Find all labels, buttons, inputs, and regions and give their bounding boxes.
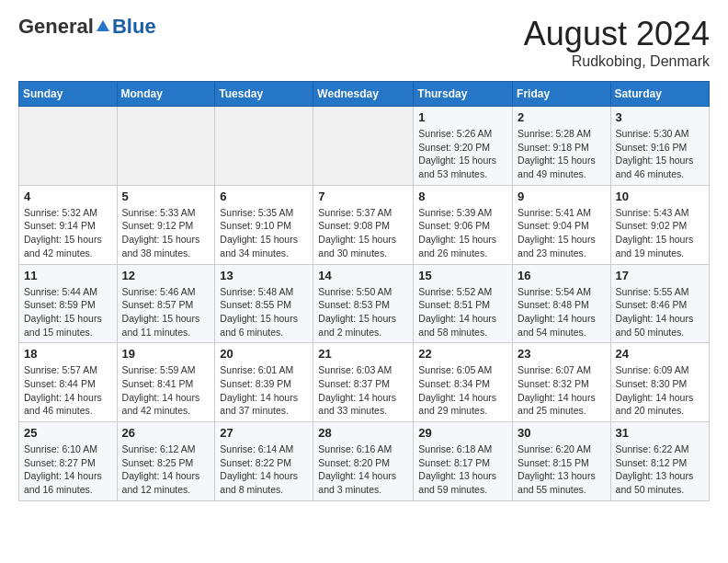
day-detail: Sunrise: 5:43 AM Sunset: 9:02 PM Dayligh… xyxy=(616,206,704,260)
calendar-cell xyxy=(215,107,313,186)
logo: General Blue xyxy=(18,15,156,39)
day-number: 18 xyxy=(24,347,112,361)
day-number: 22 xyxy=(418,347,507,361)
day-number: 19 xyxy=(122,347,210,361)
calendar-cell xyxy=(19,107,118,186)
day-detail: Sunrise: 6:20 AM Sunset: 8:15 PM Dayligh… xyxy=(518,442,606,497)
calendar-week-1: 4Sunrise: 5:32 AM Sunset: 9:14 PM Daylig… xyxy=(19,185,710,264)
day-detail: Sunrise: 5:39 AM Sunset: 9:06 PM Dayligh… xyxy=(418,206,507,260)
weekday-row: SundayMondayTuesdayWednesdayThursdayFrid… xyxy=(19,82,710,107)
day-detail: Sunrise: 5:46 AM Sunset: 8:57 PM Dayligh… xyxy=(122,285,210,339)
logo-general: General xyxy=(18,15,94,39)
calendar-cell: 29Sunrise: 6:18 AM Sunset: 8:17 PM Dayli… xyxy=(414,422,513,501)
day-detail: Sunrise: 5:44 AM Sunset: 8:59 PM Dayligh… xyxy=(24,285,112,339)
day-detail: Sunrise: 6:12 AM Sunset: 8:25 PM Dayligh… xyxy=(122,442,210,497)
page-header: General Blue August 2024 Rudkobing, Denm… xyxy=(18,15,710,70)
weekday-header-thursday: Thursday xyxy=(414,82,513,107)
calendar-header: SundayMondayTuesdayWednesdayThursdayFrid… xyxy=(19,82,710,107)
calendar-cell: 16Sunrise: 5:54 AM Sunset: 8:48 PM Dayli… xyxy=(513,264,611,343)
day-number: 27 xyxy=(220,426,308,440)
calendar-week-0: 1Sunrise: 5:26 AM Sunset: 9:20 PM Daylig… xyxy=(19,107,710,186)
calendar-cell: 22Sunrise: 6:05 AM Sunset: 8:34 PM Dayli… xyxy=(414,343,513,422)
svg-marker-0 xyxy=(97,20,109,31)
day-detail: Sunrise: 6:09 AM Sunset: 8:30 PM Dayligh… xyxy=(616,363,704,418)
calendar-week-3: 18Sunrise: 5:57 AM Sunset: 8:44 PM Dayli… xyxy=(19,343,710,422)
day-detail: Sunrise: 5:33 AM Sunset: 9:12 PM Dayligh… xyxy=(122,206,210,260)
day-detail: Sunrise: 5:52 AM Sunset: 8:51 PM Dayligh… xyxy=(418,285,507,339)
calendar-cell: 28Sunrise: 6:16 AM Sunset: 8:20 PM Dayli… xyxy=(313,422,414,501)
day-number: 24 xyxy=(616,347,704,361)
day-detail: Sunrise: 5:59 AM Sunset: 8:41 PM Dayligh… xyxy=(122,363,210,418)
calendar-cell: 19Sunrise: 5:59 AM Sunset: 8:41 PM Dayli… xyxy=(117,343,215,422)
day-detail: Sunrise: 5:41 AM Sunset: 9:04 PM Dayligh… xyxy=(518,206,606,260)
day-number: 7 xyxy=(318,190,408,203)
weekday-header-friday: Friday xyxy=(513,82,611,107)
logo-blue: Blue xyxy=(112,15,156,39)
day-detail: Sunrise: 6:14 AM Sunset: 8:22 PM Dayligh… xyxy=(220,442,308,497)
day-detail: Sunrise: 5:50 AM Sunset: 8:53 PM Dayligh… xyxy=(318,285,408,339)
day-number: 6 xyxy=(220,190,308,203)
calendar-cell: 11Sunrise: 5:44 AM Sunset: 8:59 PM Dayli… xyxy=(19,264,118,343)
day-number: 13 xyxy=(220,269,308,282)
calendar-cell: 25Sunrise: 6:10 AM Sunset: 8:27 PM Dayli… xyxy=(19,422,118,501)
day-detail: Sunrise: 6:05 AM Sunset: 8:34 PM Dayligh… xyxy=(418,363,507,418)
calendar-cell: 10Sunrise: 5:43 AM Sunset: 9:02 PM Dayli… xyxy=(610,185,709,264)
day-number: 10 xyxy=(616,190,704,203)
calendar-cell: 2Sunrise: 5:28 AM Sunset: 9:18 PM Daylig… xyxy=(513,107,611,186)
day-number: 12 xyxy=(122,269,210,282)
calendar-cell: 6Sunrise: 5:35 AM Sunset: 9:10 PM Daylig… xyxy=(215,185,313,264)
calendar-cell: 17Sunrise: 5:55 AM Sunset: 8:46 PM Dayli… xyxy=(610,264,709,343)
calendar-cell: 20Sunrise: 6:01 AM Sunset: 8:39 PM Dayli… xyxy=(215,343,313,422)
calendar-week-4: 25Sunrise: 6:10 AM Sunset: 8:27 PM Dayli… xyxy=(19,422,710,501)
calendar-cell: 24Sunrise: 6:09 AM Sunset: 8:30 PM Dayli… xyxy=(610,343,709,422)
day-number: 30 xyxy=(518,426,606,440)
day-detail: Sunrise: 6:16 AM Sunset: 8:20 PM Dayligh… xyxy=(318,442,408,497)
day-detail: Sunrise: 5:26 AM Sunset: 9:20 PM Dayligh… xyxy=(418,127,507,181)
calendar-cell xyxy=(313,107,414,186)
day-number: 28 xyxy=(318,426,408,440)
calendar-cell: 8Sunrise: 5:39 AM Sunset: 9:06 PM Daylig… xyxy=(414,185,513,264)
day-number: 5 xyxy=(122,190,210,203)
day-detail: Sunrise: 5:32 AM Sunset: 9:14 PM Dayligh… xyxy=(24,206,112,260)
day-number: 9 xyxy=(518,190,606,203)
calendar-cell: 1Sunrise: 5:26 AM Sunset: 9:20 PM Daylig… xyxy=(414,107,513,186)
calendar-cell: 5Sunrise: 5:33 AM Sunset: 9:12 PM Daylig… xyxy=(117,185,215,264)
calendar-cell: 31Sunrise: 6:22 AM Sunset: 8:12 PM Dayli… xyxy=(610,422,709,501)
calendar-cell: 3Sunrise: 5:30 AM Sunset: 9:16 PM Daylig… xyxy=(610,107,709,186)
day-number: 1 xyxy=(418,110,507,124)
day-number: 26 xyxy=(122,426,210,440)
day-number: 25 xyxy=(24,426,112,440)
day-detail: Sunrise: 6:03 AM Sunset: 8:37 PM Dayligh… xyxy=(318,363,408,418)
calendar-week-2: 11Sunrise: 5:44 AM Sunset: 8:59 PM Dayli… xyxy=(19,264,710,343)
day-detail: Sunrise: 6:18 AM Sunset: 8:17 PM Dayligh… xyxy=(418,442,507,497)
day-number: 29 xyxy=(418,426,507,440)
calendar-cell: 7Sunrise: 5:37 AM Sunset: 9:08 PM Daylig… xyxy=(313,185,414,264)
day-number: 14 xyxy=(318,269,408,282)
day-number: 20 xyxy=(220,347,308,361)
calendar-body: 1Sunrise: 5:26 AM Sunset: 9:20 PM Daylig… xyxy=(19,107,710,501)
day-detail: Sunrise: 6:22 AM Sunset: 8:12 PM Dayligh… xyxy=(616,442,704,497)
calendar-cell: 18Sunrise: 5:57 AM Sunset: 8:44 PM Dayli… xyxy=(19,343,118,422)
title-block: August 2024 Rudkobing, Denmark xyxy=(524,15,710,70)
day-detail: Sunrise: 5:28 AM Sunset: 9:18 PM Dayligh… xyxy=(518,127,606,181)
calendar-cell: 9Sunrise: 5:41 AM Sunset: 9:04 PM Daylig… xyxy=(513,185,611,264)
day-detail: Sunrise: 6:01 AM Sunset: 8:39 PM Dayligh… xyxy=(220,363,308,418)
calendar-cell: 23Sunrise: 6:07 AM Sunset: 8:32 PM Dayli… xyxy=(513,343,611,422)
weekday-header-saturday: Saturday xyxy=(610,82,709,107)
day-detail: Sunrise: 5:30 AM Sunset: 9:16 PM Dayligh… xyxy=(616,127,704,181)
day-detail: Sunrise: 6:10 AM Sunset: 8:27 PM Dayligh… xyxy=(24,442,112,497)
calendar-cell: 26Sunrise: 6:12 AM Sunset: 8:25 PM Dayli… xyxy=(117,422,215,501)
day-detail: Sunrise: 5:48 AM Sunset: 8:55 PM Dayligh… xyxy=(220,285,308,339)
day-number: 15 xyxy=(418,269,507,282)
day-detail: Sunrise: 5:35 AM Sunset: 9:10 PM Dayligh… xyxy=(220,206,308,260)
calendar-cell: 27Sunrise: 6:14 AM Sunset: 8:22 PM Dayli… xyxy=(215,422,313,501)
calendar-cell xyxy=(117,107,215,186)
logo-icon xyxy=(95,18,111,35)
day-number: 4 xyxy=(24,190,112,203)
day-number: 2 xyxy=(518,110,606,124)
calendar-cell: 15Sunrise: 5:52 AM Sunset: 8:51 PM Dayli… xyxy=(414,264,513,343)
day-number: 23 xyxy=(518,347,606,361)
calendar-cell: 4Sunrise: 5:32 AM Sunset: 9:14 PM Daylig… xyxy=(19,185,118,264)
day-number: 11 xyxy=(24,269,112,282)
calendar-cell: 12Sunrise: 5:46 AM Sunset: 8:57 PM Dayli… xyxy=(117,264,215,343)
